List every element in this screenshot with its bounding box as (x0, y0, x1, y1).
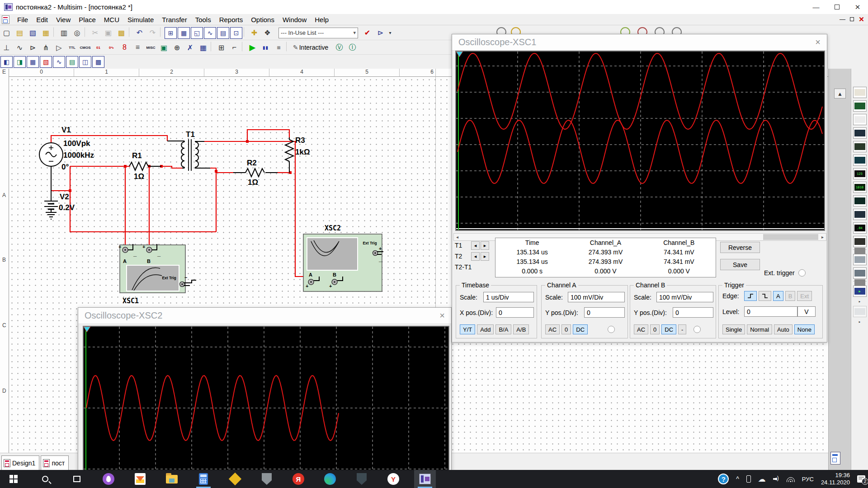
bus-button[interactable]: ⌐ (228, 42, 241, 53)
open-sample-button[interactable]: ▧ (27, 27, 39, 39)
zoom-area-button[interactable]: ◱ (191, 27, 203, 39)
trigger-a-button[interactable]: A (773, 291, 783, 301)
transfer-button[interactable]: ⊳ (374, 27, 387, 39)
dropdown-arrow-icon[interactable]: ▾ (387, 27, 393, 39)
word-generator-button[interactable]: 1010 (853, 182, 867, 193)
logic-converter-button[interactable] (853, 209, 867, 220)
separator[interactable] (53, 27, 57, 37)
distortion-analyzer-button[interactable] (853, 236, 867, 247)
place-diode-button[interactable]: ⊳ (27, 42, 39, 53)
hidden-icons-chevron[interactable]: ^ (736, 475, 739, 483)
current-probe-button[interactable]: Ⓘ (346, 42, 359, 53)
menu-item[interactable]: Tools (191, 15, 215, 24)
edge-rising-button[interactable] (744, 291, 757, 301)
separator[interactable] (129, 27, 132, 37)
agilent-oscilloscope-button[interactable] (853, 267, 867, 279)
channel-b-radio[interactable] (693, 326, 701, 333)
mdi-close-button[interactable]: ✕ (857, 14, 866, 24)
view-database-button[interactable]: ▦ (27, 56, 39, 68)
timebase-xpos-field[interactable]: 0 (496, 307, 534, 318)
add-button[interactable]: Add (477, 324, 494, 334)
channel-a-dc-button[interactable]: DC (573, 324, 588, 334)
menu-item[interactable]: Edit (32, 15, 52, 24)
yt-button[interactable]: Y/T (460, 324, 475, 334)
sheet-corner-icon[interactable] (830, 452, 840, 465)
place-mixed-button[interactable]: 0∿ (105, 42, 118, 53)
pause-button[interactable]: ▮▮ (259, 42, 272, 53)
place-cmos-button[interactable]: CMOS (79, 42, 91, 53)
undo-button[interactable]: ↶ (133, 27, 146, 39)
erc-check-button[interactable]: ✔ (361, 27, 373, 39)
scroll-up-icon[interactable]: ▲ (834, 89, 846, 99)
view-toolbox-button[interactable]: ◧ (0, 56, 13, 68)
menu-item[interactable]: Help (311, 15, 333, 24)
phone-tray-icon[interactable] (746, 475, 751, 483)
place-source-button[interactable]: ⊥ (0, 42, 13, 53)
save-button[interactable]: Save (720, 259, 760, 270)
channel-a-ypos-field[interactable]: 0 (584, 307, 625, 318)
volume-tray-icon[interactable] (773, 476, 779, 482)
trigger-single-button[interactable]: Single (722, 324, 745, 334)
place-power-button[interactable]: ≡ (132, 42, 144, 53)
channel-a-scale-field[interactable]: 100 mV/Div (568, 292, 625, 302)
close-button[interactable]: ✕ (847, 0, 868, 14)
elvis-expand-arrow-icon[interactable]: ▸ (853, 319, 867, 324)
separator[interactable] (244, 27, 247, 37)
copy-button[interactable]: ▣ (102, 27, 114, 39)
t1-right-button[interactable]: ▸ (481, 241, 489, 250)
yandex-button[interactable]: Я (288, 470, 309, 488)
search-button[interactable] (34, 470, 56, 488)
reverse-button[interactable]: Reverse (720, 242, 760, 253)
place-indicator-button[interactable]: 8 (118, 42, 131, 53)
menu-item[interactable]: View (52, 15, 75, 24)
database-manager-button[interactable]: ❖ (261, 27, 274, 39)
toggle-grid-button[interactable]: ⊞ (165, 27, 177, 39)
mdi-restore-button[interactable] (847, 14, 857, 24)
restore-button[interactable] (826, 0, 847, 14)
print-preview-button[interactable]: ◎ (71, 27, 83, 39)
schematic-scrollbar[interactable]: ▲ (828, 69, 851, 470)
time-cursor-handle[interactable] (84, 327, 90, 332)
channel-a-zero-button[interactable]: 0 (561, 324, 571, 334)
open-button[interactable]: ▤ (14, 27, 26, 39)
new-button[interactable]: ▢ (0, 27, 13, 39)
t1-left-button[interactable]: ◂ (471, 241, 480, 250)
trigger-normal-button[interactable]: Normal (747, 324, 772, 334)
voltage-probe-button[interactable]: Ⓥ (333, 42, 345, 53)
agilent-function-generator-button[interactable] (853, 254, 867, 265)
grapher-button[interactable]: ∿ (204, 27, 216, 39)
separator[interactable] (853, 249, 867, 252)
multimeter-button[interactable] (853, 87, 867, 98)
menu-item[interactable]: Transfer (158, 15, 191, 24)
view-labels-button[interactable]: ▩ (92, 56, 104, 68)
bode-plotter-button[interactable] (853, 155, 867, 166)
separator[interactable] (85, 27, 88, 37)
run-button[interactable]: ▶ (246, 42, 259, 53)
t2-left-button[interactable]: ◂ (471, 252, 480, 261)
place-misc-button[interactable]: MISC (145, 42, 157, 53)
view-postprocessor-button[interactable]: ▤ (66, 56, 78, 68)
paste-button[interactable]: ▩ (115, 27, 127, 39)
tab-postoyanka2[interactable]: пост (41, 455, 69, 470)
oscilloscope-button[interactable] (853, 127, 867, 139)
menu-item[interactable]: Simulate (123, 15, 158, 24)
channel-b-ac-button[interactable]: AC (634, 324, 648, 334)
cut-button[interactable]: ✂ (89, 27, 101, 39)
menu-item[interactable]: Options (247, 15, 278, 24)
redo-button[interactable]: ↷ (146, 27, 159, 39)
new-component-button[interactable]: ✚ (248, 27, 260, 39)
menu-item[interactable]: Place (75, 15, 100, 24)
separator[interactable] (286, 42, 289, 52)
trigger-none-button[interactable]: None (794, 324, 815, 334)
iv-analyzer-button[interactable]: .04 (853, 222, 867, 234)
menu-item[interactable]: MCU (100, 15, 123, 24)
place-misc-digital-button[interactable]: 01 (92, 42, 104, 53)
trigger-unit-dropdown[interactable]: V (797, 306, 816, 317)
scroll-thumb[interactable] (763, 234, 818, 240)
place-advanced-peripherals-button[interactable]: ▣ (158, 42, 170, 53)
xsc2-title-bar[interactable]: Oscilloscope-XSC2 × (78, 308, 451, 324)
time-cursor-handle[interactable] (456, 52, 463, 57)
separator[interactable] (242, 42, 245, 52)
stop-button[interactable]: ■ (273, 42, 285, 53)
onedrive-tray-icon[interactable]: ☁ (758, 474, 766, 484)
